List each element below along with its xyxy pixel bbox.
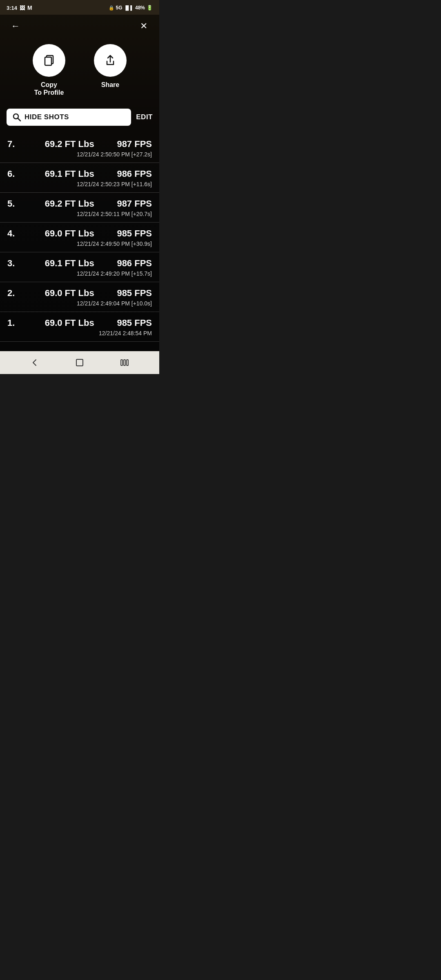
battery-icon: 🔋 bbox=[147, 5, 153, 11]
shot-main-line: 2. 69.0 FT Lbs 985 FPS bbox=[7, 288, 152, 298]
search-bar-row: HIDE SHOTS EDIT bbox=[0, 105, 159, 130]
svg-rect-6 bbox=[124, 360, 125, 365]
status-time: 3:14 bbox=[7, 5, 17, 11]
hide-shots-button[interactable]: HIDE SHOTS bbox=[7, 109, 131, 126]
shot-fps: 987 FPS bbox=[117, 139, 152, 149]
shot-fps: 986 FPS bbox=[117, 169, 152, 179]
shot-row[interactable]: 2. 69.0 FT Lbs 985 FPS 12/21/24 2:49:04 … bbox=[0, 282, 159, 312]
shot-number: 1. bbox=[7, 318, 22, 328]
svg-rect-4 bbox=[76, 359, 83, 366]
shot-main-line: 3. 69.1 FT Lbs 986 FPS bbox=[7, 258, 152, 269]
shot-measurement: 69.2 FT Lbs bbox=[22, 198, 117, 209]
shot-main-line: 4. 69.0 FT Lbs 985 FPS bbox=[7, 228, 152, 239]
copy-to-profile-action[interactable]: Copy To Profile bbox=[33, 44, 65, 96]
shot-fps: 987 FPS bbox=[117, 198, 152, 209]
shot-fps: 985 FPS bbox=[117, 318, 152, 328]
copy-to-profile-label: Copy To Profile bbox=[34, 81, 64, 96]
nav-back-icon bbox=[30, 358, 40, 368]
copy-icon bbox=[42, 53, 56, 68]
shot-fps: 986 FPS bbox=[117, 258, 152, 269]
close-button[interactable]: ✕ bbox=[136, 19, 151, 33]
shot-measurement: 69.0 FT Lbs bbox=[22, 318, 117, 328]
shot-measurement: 69.2 FT Lbs bbox=[22, 139, 117, 149]
copy-label-line1: Copy bbox=[41, 81, 57, 88]
lock-icon: 🔒 bbox=[109, 5, 114, 11]
share-label: Share bbox=[101, 81, 119, 89]
search-icon bbox=[12, 113, 21, 122]
main-content: ← ✕ Copy To Profile bbox=[0, 15, 159, 351]
bottom-nav-bar bbox=[0, 351, 159, 374]
status-bar: 3:14 🖼 M 🔒 5G ▐▌▌ 48% 🔋 bbox=[0, 0, 159, 15]
photo-icon: 🖼 bbox=[20, 5, 25, 11]
shot-number: 4. bbox=[7, 228, 22, 239]
shot-number: 6. bbox=[7, 169, 22, 179]
shot-row[interactable]: 1. 69.0 FT Lbs 985 FPS 12/21/24 2:48:54 … bbox=[0, 312, 159, 342]
shot-main-line: 1. 69.0 FT Lbs 985 FPS bbox=[7, 318, 152, 328]
edit-button[interactable]: EDIT bbox=[136, 113, 153, 121]
svg-line-3 bbox=[18, 118, 21, 121]
shot-timestamp: 12/21/24 2:50:50 PM [+27.2s] bbox=[7, 151, 152, 158]
status-right: 🔒 5G ▐▌▌ 48% 🔋 bbox=[109, 5, 153, 11]
shot-timestamp: 12/21/24 2:50:23 PM [+11.6s] bbox=[7, 181, 152, 187]
shot-main-line: 5. 69.2 FT Lbs 987 FPS bbox=[7, 198, 152, 209]
shot-main-line: 7. 69.2 FT Lbs 987 FPS bbox=[7, 139, 152, 149]
shot-fps: 985 FPS bbox=[117, 288, 152, 298]
hide-shots-label: HIDE SHOTS bbox=[24, 113, 69, 121]
nav-home-button[interactable] bbox=[67, 354, 92, 371]
content-wrapper: ← ✕ Copy To Profile bbox=[0, 15, 159, 345]
svg-rect-1 bbox=[45, 57, 51, 65]
close-icon: ✕ bbox=[140, 21, 147, 31]
shot-timestamp: 12/21/24 2:49:20 PM [+15.7s] bbox=[7, 270, 152, 277]
shot-row[interactable]: 4. 69.0 FT Lbs 985 FPS 12/21/24 2:49:50 … bbox=[0, 223, 159, 252]
shot-number: 2. bbox=[7, 288, 22, 298]
share-circle bbox=[94, 44, 127, 77]
nav-back-button[interactable] bbox=[22, 354, 47, 371]
svg-rect-7 bbox=[127, 360, 128, 365]
shots-list: 7. 69.2 FT Lbs 987 FPS 12/21/24 2:50:50 … bbox=[0, 130, 159, 345]
battery-label: 48% bbox=[135, 5, 145, 11]
shot-timestamp: 12/21/24 2:48:54 PM bbox=[7, 330, 152, 336]
shot-measurement: 69.1 FT Lbs bbox=[22, 258, 117, 269]
shot-fps: 985 FPS bbox=[117, 228, 152, 239]
shot-number: 7. bbox=[7, 139, 22, 149]
shot-timestamp: 12/21/24 2:49:50 PM [+30.9s] bbox=[7, 241, 152, 247]
nav-recents-icon bbox=[120, 358, 129, 368]
signal-icon: ▐▌▌ bbox=[124, 5, 134, 10]
shot-number: 3. bbox=[7, 258, 22, 269]
copy-label-line2: To Profile bbox=[34, 89, 64, 96]
nav-recents-button[interactable] bbox=[112, 354, 137, 371]
status-left: 3:14 🖼 M bbox=[7, 4, 32, 11]
shot-number: 5. bbox=[7, 198, 22, 209]
shot-timestamp: 12/21/24 2:49:04 PM [+10.0s] bbox=[7, 300, 152, 307]
back-button[interactable]: ← bbox=[8, 19, 23, 33]
share-action[interactable]: Share bbox=[94, 44, 127, 96]
share-icon bbox=[103, 53, 118, 68]
shot-row[interactable]: 3. 69.1 FT Lbs 986 FPS 12/21/24 2:49:20 … bbox=[0, 252, 159, 282]
shot-measurement: 69.0 FT Lbs bbox=[22, 228, 117, 239]
network-label: 5G bbox=[116, 5, 122, 11]
svg-rect-5 bbox=[121, 360, 122, 365]
nav-bar: ← ✕ bbox=[0, 15, 159, 38]
shot-row[interactable]: 7. 69.2 FT Lbs 987 FPS 12/21/24 2:50:50 … bbox=[0, 133, 159, 163]
shot-row[interactable]: 6. 69.1 FT Lbs 986 FPS 12/21/24 2:50:23 … bbox=[0, 163, 159, 193]
shot-main-line: 6. 69.1 FT Lbs 986 FPS bbox=[7, 169, 152, 179]
back-arrow-icon: ← bbox=[11, 21, 20, 31]
shot-timestamp: 12/21/24 2:50:11 PM [+20.7s] bbox=[7, 211, 152, 217]
shot-row[interactable]: 5. 69.2 FT Lbs 987 FPS 12/21/24 2:50:11 … bbox=[0, 193, 159, 223]
nav-home-icon bbox=[75, 358, 85, 368]
action-buttons: Copy To Profile Share bbox=[0, 38, 159, 105]
mail-icon: M bbox=[27, 4, 32, 11]
shot-measurement: 69.0 FT Lbs bbox=[22, 288, 117, 298]
copy-to-profile-circle bbox=[33, 44, 65, 77]
shot-measurement: 69.1 FT Lbs bbox=[22, 169, 117, 179]
